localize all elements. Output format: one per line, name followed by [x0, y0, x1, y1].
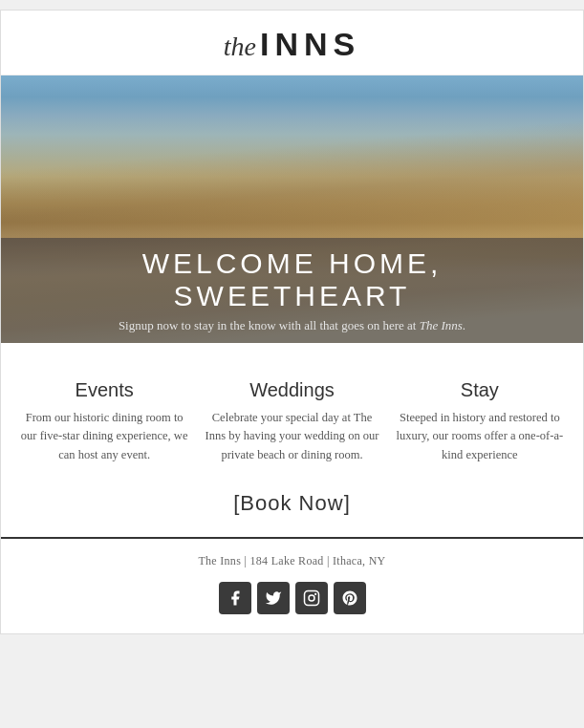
- logo-the: the: [224, 32, 256, 62]
- instagram-button[interactable]: [295, 582, 328, 614]
- pinterest-icon: [341, 589, 358, 607]
- weddings-column: Weddings Celebrate your special day at T…: [204, 366, 379, 464]
- weddings-title: Weddings: [249, 379, 335, 401]
- instagram-icon: [303, 589, 320, 607]
- stay-text: Steeped in history and restored to luxur…: [392, 409, 568, 464]
- hero-subtitle-brand: The Inns: [420, 318, 463, 332]
- stay-column: Stay Steeped in history and restored to …: [392, 366, 568, 464]
- hero-subtitle-prefix: Signup now to stay in the know with all …: [119, 318, 420, 332]
- events-text: From our historic dining room to our fiv…: [16, 409, 192, 464]
- header: the INNS: [1, 11, 583, 75]
- weddings-text: Celebrate your special day at The Inns b…: [204, 409, 379, 464]
- facebook-icon: [227, 589, 244, 607]
- hero-subtitle: Signup now to stay in the know with all …: [119, 318, 465, 333]
- pinterest-button[interactable]: [334, 582, 366, 614]
- hero-text-area: WELCOME HOME, SWEETHEART Signup now to s…: [1, 238, 583, 343]
- book-now-button[interactable]: [Book Now]: [233, 491, 351, 515]
- hero-section: WELCOME HOME, SWEETHEART Signup now to s…: [1, 75, 583, 343]
- logo: the INNS: [224, 26, 360, 63]
- twitter-icon: [265, 589, 282, 607]
- svg-rect-0: [304, 591, 318, 606]
- svg-point-2: [314, 593, 316, 595]
- email-container: the INNS WELCOME HOME, SWEETHEART Signup…: [0, 10, 584, 634]
- features-section: Events From our historic dining room to …: [1, 343, 583, 474]
- twitter-button[interactable]: [257, 582, 290, 614]
- hero-subtitle-suffix: .: [463, 318, 465, 332]
- hero-title: WELCOME HOME, SWEETHEART: [20, 247, 564, 312]
- events-title: Events: [76, 379, 134, 401]
- svg-point-1: [309, 595, 314, 601]
- logo-inns: INNS: [260, 26, 360, 63]
- events-column: Events From our historic dining room to …: [16, 366, 192, 464]
- social-icons-row: [1, 582, 583, 614]
- footer: The Inns | 184 Lake Road | Ithaca, NY: [1, 537, 583, 633]
- facebook-button[interactable]: [219, 582, 251, 614]
- stay-title: Stay: [461, 379, 499, 401]
- book-now-section: [Book Now]: [1, 474, 583, 537]
- footer-address: The Inns | 184 Lake Road | Ithaca, NY: [1, 554, 583, 568]
